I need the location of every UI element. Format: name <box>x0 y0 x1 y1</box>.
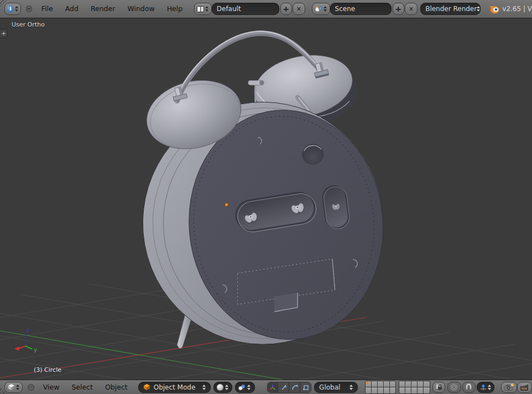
view-mode-label: User Ortho <box>12 21 45 28</box>
clapperboard-icon <box>520 383 529 391</box>
collapse-menus-toggle[interactable] <box>26 6 32 12</box>
screen-layout-browse-button[interactable] <box>194 3 212 15</box>
menu-select[interactable]: Select <box>65 380 99 394</box>
layers-widget-left[interactable] <box>365 381 397 394</box>
scale-square-icon <box>302 384 309 391</box>
transform-orientation-dropdown[interactable]: Global <box>314 382 358 393</box>
toolshelf-expand-tab[interactable]: + <box>0 29 8 38</box>
3d-viewport[interactable]: z y User Ortho (3) Circle + <box>0 18 532 380</box>
delete-scene-button[interactable]: ✕ <box>405 3 418 15</box>
layer-toggle[interactable] <box>399 381 405 387</box>
layers-widget-right[interactable] <box>399 381 430 394</box>
layer-toggle[interactable] <box>418 381 424 387</box>
manipulator-axes-toggle[interactable] <box>268 382 278 392</box>
object-mode-cube-icon <box>143 383 150 391</box>
layer-toggle[interactable] <box>372 381 378 387</box>
layer-toggle[interactable] <box>405 381 411 387</box>
version-text: v2.65 | V <box>502 5 532 13</box>
collapse-menus-toggle[interactable] <box>28 384 34 391</box>
layer-toggle[interactable] <box>418 387 424 393</box>
layer-toggle[interactable] <box>372 387 378 393</box>
layer-toggle[interactable] <box>405 387 411 393</box>
mode-value: Object Mode <box>154 383 199 391</box>
gizmo-y-label: y <box>34 346 37 352</box>
gizmo-z-label: z <box>27 327 30 333</box>
scene-icon <box>315 6 322 12</box>
layer-toggle[interactable] <box>390 387 396 393</box>
proportional-edit-button[interactable] <box>447 382 461 393</box>
chevron-updown-icon <box>16 385 19 390</box>
snap-toggle-button[interactable] <box>462 382 476 393</box>
pivot-point-dropdown[interactable] <box>235 382 255 393</box>
snap-element-dropdown[interactable] <box>477 382 495 393</box>
chevron-updown-icon <box>350 385 353 390</box>
info-header: i File Add Render Window Help Default + … <box>0 0 532 18</box>
menu-view[interactable]: View <box>37 380 66 394</box>
lock-to-scene-button[interactable] <box>432 382 445 393</box>
rotate-manipulator-toggle[interactable] <box>289 382 300 392</box>
menu-object[interactable]: Object <box>99 380 134 394</box>
layer-toggle[interactable] <box>424 381 430 387</box>
chevron-updown-icon <box>247 385 251 390</box>
translate-arrow-icon <box>280 384 287 391</box>
object-origin-dot <box>225 203 228 207</box>
layer-toggle[interactable] <box>378 381 384 387</box>
viewport-canvas: z y <box>0 18 532 380</box>
menu-add[interactable]: Add <box>59 2 85 16</box>
render-opengl-button[interactable] <box>501 382 517 393</box>
shading-sphere-icon <box>217 384 223 391</box>
add-screen-layout-button[interactable]: + <box>280 3 292 15</box>
rotate-arc-icon <box>291 384 298 391</box>
lock-icon <box>435 383 442 391</box>
chevron-updown-icon <box>324 6 327 12</box>
magnet-icon <box>465 383 472 391</box>
menu-help[interactable]: Help <box>161 2 189 16</box>
render-opengl-animation-button[interactable] <box>517 382 532 393</box>
menu-window[interactable]: Window <box>121 2 160 16</box>
render-engine-dropdown[interactable]: Blender Render <box>420 3 481 15</box>
3d-viewport-editor-icon <box>8 383 15 391</box>
chevron-updown-icon <box>15 6 18 12</box>
editor-type-button[interactable]: i <box>4 3 21 15</box>
editor-type-button[interactable] <box>4 382 23 393</box>
layer-toggle[interactable] <box>411 387 418 393</box>
menu-file[interactable]: File <box>35 2 59 16</box>
chevron-updown-icon <box>202 385 206 390</box>
layer-toggle[interactable] <box>366 381 372 387</box>
active-layer-dot <box>366 382 368 384</box>
layer-toggle[interactable] <box>384 387 390 393</box>
viewport-header: View Select Object Object Mode <box>0 380 532 394</box>
layer-toggle[interactable] <box>390 381 396 387</box>
add-scene-button[interactable]: + <box>393 3 404 15</box>
layer-toggle[interactable] <box>424 387 430 393</box>
screen-layout-name-field[interactable]: Default <box>212 3 279 15</box>
scene-browse-button[interactable] <box>312 3 330 15</box>
blender-logo-icon <box>488 4 500 14</box>
screen-layout-value: Default <box>217 5 241 13</box>
layer-toggle[interactable] <box>366 387 372 393</box>
viewport-shading-dropdown[interactable] <box>213 382 232 393</box>
chevron-updown-icon <box>488 385 491 390</box>
layer-toggle[interactable] <box>384 381 390 387</box>
scene-name-field[interactable]: Scene <box>330 3 392 15</box>
layer-toggle[interactable] <box>399 387 405 393</box>
manipulator-toggle-group <box>267 382 311 393</box>
layer-toggle[interactable] <box>411 381 418 387</box>
delete-screen-layout-button[interactable]: ✕ <box>293 3 306 15</box>
axes-tripod-icon <box>269 384 276 391</box>
scale-manipulator-toggle[interactable] <box>300 382 311 392</box>
layer-toggle[interactable] <box>378 387 384 393</box>
screen-layout-icon <box>197 6 204 12</box>
translate-manipulator-toggle[interactable] <box>278 382 289 392</box>
render-engine-value: Blender Render <box>425 5 477 13</box>
chevron-updown-icon <box>225 385 228 390</box>
proportional-edit-icon <box>450 383 458 391</box>
scene-value: Scene <box>335 5 356 13</box>
chevron-updown-icon <box>205 6 208 12</box>
selected-object-label: (3) Circle <box>34 366 61 374</box>
camera-render-icon <box>504 383 514 391</box>
menu-render[interactable]: Render <box>85 2 122 16</box>
pivot-point-icon <box>238 384 246 391</box>
blender-window: { "top_header": { "menus": ["File", "Add… <box>0 0 532 394</box>
mode-dropdown[interactable]: Object Mode <box>138 382 211 393</box>
